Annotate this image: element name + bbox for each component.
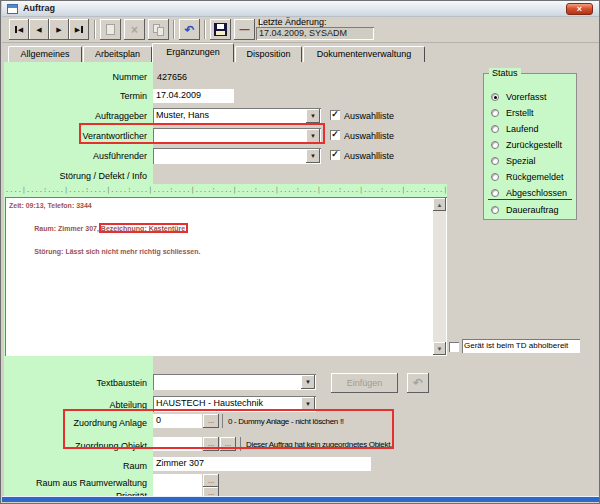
verantwortlicher-combobox[interactable]: ▼ (153, 128, 321, 144)
radio-laufend[interactable]: Laufend (484, 124, 576, 136)
zuordnung-anlage-input[interactable]: 0 (153, 414, 202, 428)
zuordnung-objekt-label: Zuordnung Objekt (75, 441, 147, 451)
toolbar-separator (173, 20, 175, 39)
window-icon (7, 4, 18, 14)
nummer-label: Nummer (112, 72, 147, 82)
status-groupbox: Status Vorerfasst Erstellt Laufend Zurüc… (483, 73, 577, 220)
chevron-down-icon[interactable]: ▼ (306, 109, 320, 123)
objekt-note: Dieser Auftrag hat kein zugeordnetes Obj… (246, 440, 392, 449)
auswahlliste-checkbox-3[interactable]: ✓ (330, 150, 340, 160)
new-record-button[interactable] (100, 19, 121, 40)
raum-input[interactable]: Zimmer 307 (153, 457, 371, 471)
anlage-note: 0 - Dummy Anlage - nicht löschen !! (228, 417, 344, 426)
tab-dokumentenverwaltung[interactable]: Dokumentenverwaltung (303, 46, 425, 62)
radio-selected-icon (491, 93, 499, 101)
ellipsis-icon: ... (208, 440, 215, 448)
abteilung-combobox[interactable]: HAUSTECH - Haustechnik ▼ (153, 396, 316, 412)
next-record-icon: ▶ (56, 26, 61, 33)
copy-record-button[interactable] (148, 19, 169, 40)
radio-icon (491, 141, 499, 149)
auswahlliste-checkbox-2[interactable]: ✓ (330, 130, 340, 140)
last-change-value: 17.04.2009, SYSADM (256, 27, 374, 40)
window-title: Auftrag (23, 3, 55, 13)
auftraggeber-combobox[interactable]: Muster, Hans ▼ (153, 108, 321, 124)
abteilung-label: Abteilung (109, 400, 147, 410)
tab-arbeitsplan[interactable]: Arbeitsplan (83, 46, 152, 62)
chevron-down-icon[interactable]: ▼ (301, 375, 315, 389)
delete-record-button[interactable]: × (124, 19, 145, 40)
raum-aus-raumverwaltung-label: Raum aus Raumverwaltung (36, 478, 147, 488)
previous-record-icon: ◀ (36, 26, 41, 33)
ellipsis-icon: ... (208, 477, 215, 485)
textbaustein-label: Textbaustein (96, 378, 147, 388)
auswahlliste-label-1: Auswahlliste (344, 111, 394, 121)
tab-strip: Allgemeines Arbeitsplan Ergänzungen Disp… (2, 43, 599, 62)
radio-dauerauftrag[interactable]: Dauerauftrag (484, 205, 576, 217)
tab-allgemeines[interactable]: Allgemeines (8, 46, 82, 62)
objekt-browse-button-2[interactable]: ... (220, 437, 236, 451)
radio-vorerfasst[interactable]: Vorerfasst (484, 92, 576, 104)
last-record-icon (81, 26, 83, 33)
previous-record-button[interactable]: ◀ (29, 19, 49, 40)
zuordnung-objekt-input[interactable] (153, 437, 202, 451)
raum-label: Raum (123, 461, 147, 471)
geraet-abholbereit-checkbox[interactable] (449, 342, 459, 352)
toolbar-separator (204, 20, 206, 39)
save-button[interactable] (210, 19, 231, 40)
auftrag-window: Auftrag × ◀ ◀ ▶ ▶ × ↶ — Letzte Änderung:… (0, 0, 600, 504)
anlage-browse-button[interactable]: ... (203, 414, 219, 428)
ausfuehrender-label: Ausführender (93, 151, 147, 161)
remove-button[interactable]: — (234, 19, 255, 40)
radio-rueckgemeldet[interactable]: Rückgemeldet (484, 172, 576, 184)
tab-disposition[interactable]: Disposition (235, 46, 302, 62)
stoerung-label: Störung / Defekt / Info (59, 171, 147, 181)
termin-input[interactable]: 17.04.2009 (153, 89, 234, 103)
textbaustein-combobox[interactable]: ▼ (153, 374, 316, 390)
auswahlliste-label-3: Auswahlliste (344, 151, 394, 161)
last-record-button[interactable]: ▶ (69, 19, 89, 40)
chevron-down-icon[interactable]: ▼ (306, 149, 320, 163)
undo-icon: ↶ (184, 24, 194, 36)
raumverwaltung-input[interactable] (153, 474, 202, 487)
radio-icon (491, 157, 499, 165)
close-button[interactable]: × (566, 3, 593, 15)
nummer-value: 427656 (157, 72, 187, 82)
raumverwaltung-browse-button[interactable]: ... (203, 474, 219, 487)
title-bar: Auftrag × (2, 1, 599, 17)
scroll-down-icon[interactable]: ▼ (433, 342, 446, 355)
delete-icon: × (131, 24, 138, 36)
radio-icon (491, 206, 499, 214)
highlighted-bezeichnung: Bezeichnung: Kastentüre (101, 225, 185, 232)
next-record-button[interactable]: ▶ (49, 19, 69, 40)
chevron-down-icon[interactable]: ▼ (301, 397, 315, 411)
termin-label: Termin (120, 91, 147, 101)
scroll-up-icon[interactable]: ▲ (433, 198, 446, 211)
status-group-title: Status (489, 68, 521, 78)
status-separator (488, 199, 572, 200)
vertical-scrollbar[interactable]: ▲ ▼ (433, 198, 446, 355)
tab-ergaenzungen[interactable]: Ergänzungen (152, 43, 234, 62)
first-record-button[interactable]: ◀ (9, 19, 29, 40)
undo-button[interactable]: ↶ (179, 19, 200, 40)
objekt-browse-button-1[interactable]: ... (203, 437, 219, 451)
new-document-icon (106, 24, 115, 35)
ausfuehrender-combobox[interactable]: ▼ (153, 148, 321, 164)
radio-icon (491, 109, 499, 117)
radio-spezial[interactable]: Spezial (484, 156, 576, 168)
toolbar-separator (94, 20, 96, 39)
auswahlliste-label-2: Auswahlliste (344, 131, 394, 141)
chevron-down-icon[interactable]: ▼ (306, 129, 320, 143)
undo-text-button[interactable]: ↶ (407, 373, 429, 393)
last-change-label: Letzte Änderung: (258, 17, 327, 27)
auswahlliste-checkbox-1[interactable]: ✓ (330, 110, 340, 120)
stoerung-textarea[interactable]: Zeit: 09:13, Telefon: 3344 Raum: Zimmer … (5, 197, 447, 356)
undo-icon: ↶ (413, 377, 423, 389)
ellipsis-icon: ... (225, 440, 232, 448)
einfuegen-button[interactable]: Einfügen (331, 373, 398, 393)
radio-zurueckgestellt[interactable]: Zurückgestellt (484, 140, 576, 152)
window-bottom-border (2, 497, 600, 502)
radio-icon (491, 125, 499, 133)
radio-erstellt[interactable]: Erstellt (484, 108, 576, 120)
divider (222, 414, 223, 428)
text-ruler: ....|....:....|....:....|....:....|....:… (5, 184, 447, 197)
